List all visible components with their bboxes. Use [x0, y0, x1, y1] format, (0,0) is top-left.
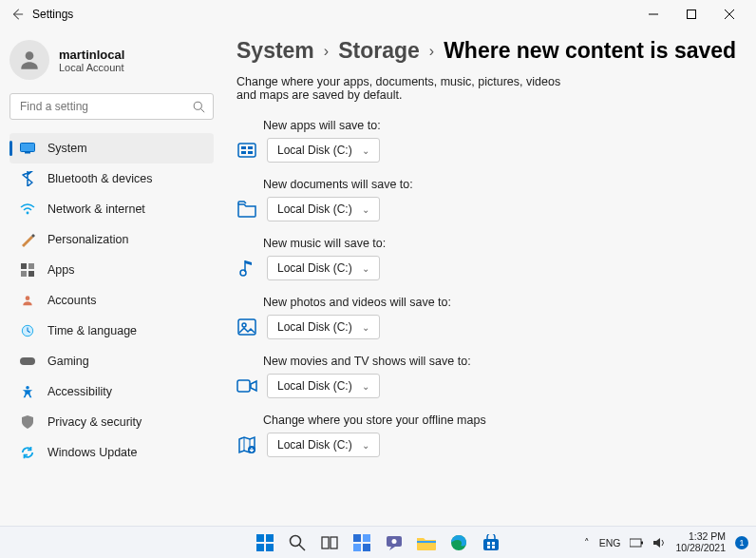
tray-volume-icon[interactable] [652, 537, 666, 548]
dropdown-value: Local Disk (C:) [277, 202, 352, 216]
apps-icon [19, 261, 36, 279]
svg-line-33 [299, 545, 305, 550]
explorer-button[interactable] [413, 529, 440, 556]
nav-privacy[interactable]: Privacy & security [9, 407, 214, 437]
documents-dropdown[interactable]: Local Disk (C:) ⌄ [267, 197, 380, 221]
breadcrumb-current: Where new content is saved [444, 38, 736, 64]
window-controls [634, 0, 748, 29]
nav-network[interactable]: Network & internet [9, 194, 214, 224]
setting-music: New music will save to: Local Disk (C:) … [236, 237, 737, 280]
svg-rect-45 [483, 539, 499, 550]
wifi-icon [19, 201, 36, 218]
setting-label: New movies and TV shows will save to: [263, 355, 737, 368]
nav-label: Accessibility [47, 385, 112, 398]
setting-photos: New photos and videos will save to: Loca… [236, 296, 737, 339]
nav-system[interactable]: System [9, 133, 214, 164]
svg-point-5 [194, 102, 201, 109]
nav-update[interactable]: Windows Update [9, 437, 214, 468]
account-type: Local Account [59, 62, 124, 73]
nav-label: Apps [47, 263, 75, 277]
taskbar-search-button[interactable] [284, 529, 311, 556]
setting-label: New music will save to: [263, 237, 737, 250]
edge-button[interactable] [445, 529, 472, 556]
chevron-down-icon: ⌄ [362, 263, 369, 274]
svg-rect-18 [238, 144, 255, 157]
svg-rect-19 [241, 146, 246, 149]
nav-time[interactable]: Time & language [9, 316, 214, 346]
svg-point-17 [26, 386, 29, 390]
chevron-down-icon: ⌄ [362, 204, 369, 215]
maps-icon [236, 434, 257, 455]
photos-icon [236, 317, 257, 337]
breadcrumb-storage[interactable]: Storage [338, 38, 420, 64]
profile[interactable]: martinlocal Local Account [9, 40, 214, 80]
back-button[interactable] [8, 5, 27, 24]
nav: System Bluetooth & devices Network & int… [9, 133, 214, 468]
svg-rect-29 [266, 534, 274, 542]
store-button[interactable] [478, 529, 504, 556]
svg-point-14 [26, 296, 30, 300]
svg-rect-16 [20, 357, 35, 365]
start-button[interactable] [252, 529, 278, 556]
nav-personalization[interactable]: Personalization [9, 224, 214, 255]
setting-label: Change where you store your offline maps [263, 414, 737, 427]
tray-network-icon[interactable] [630, 537, 643, 548]
setting-label: New documents will save to: [263, 178, 737, 191]
nav-label: Bluetooth & devices [47, 172, 153, 185]
notification-badge[interactable]: 1 [735, 536, 748, 549]
nav-label: Time & language [47, 324, 137, 337]
system-icon [19, 140, 36, 157]
chat-button[interactable] [381, 529, 407, 556]
video-icon [236, 375, 257, 396]
search-box[interactable] [9, 93, 214, 120]
svg-rect-20 [248, 146, 253, 149]
svg-rect-42 [417, 541, 436, 543]
tray-chevron-up-icon[interactable]: ˄ [584, 537, 590, 548]
setting-label: New apps will save to: [263, 119, 737, 132]
taskbar-center [252, 529, 504, 556]
nav-accounts[interactable]: Accounts [9, 285, 214, 316]
documents-icon [236, 199, 257, 220]
music-dropdown[interactable]: Local Disk (C:) ⌄ [267, 256, 380, 280]
svg-point-4 [26, 51, 34, 60]
gaming-icon [19, 353, 36, 370]
svg-rect-46 [487, 542, 490, 545]
tray-date: 10/28/2021 [675, 543, 726, 554]
svg-rect-37 [363, 534, 370, 542]
maximize-button[interactable] [672, 0, 710, 29]
svg-rect-26 [237, 380, 250, 392]
svg-rect-31 [266, 544, 274, 551]
svg-rect-8 [25, 152, 30, 154]
widgets-button[interactable] [349, 529, 375, 556]
svg-rect-48 [487, 546, 490, 548]
search-input[interactable] [18, 99, 193, 114]
svg-line-6 [201, 108, 205, 112]
photos-dropdown[interactable]: Local Disk (C:) ⌄ [267, 315, 380, 339]
svg-rect-12 [21, 271, 27, 277]
setting-apps: New apps will save to: Local Disk (C:) ⌄ [236, 119, 737, 163]
nav-apps[interactable]: Apps [9, 255, 214, 285]
movies-dropdown[interactable]: Local Disk (C:) ⌄ [267, 374, 380, 398]
minimize-button[interactable] [634, 0, 672, 29]
titlebar: Settings [0, 0, 756, 29]
music-icon [236, 258, 257, 279]
close-button[interactable] [710, 0, 748, 29]
breadcrumb-system[interactable]: System [236, 38, 314, 64]
maps-dropdown[interactable]: Local Disk (C:) ⌄ [267, 433, 380, 457]
nav-gaming[interactable]: Gaming [9, 346, 214, 376]
nav-label: Privacy & security [47, 415, 142, 429]
tray-language[interactable]: ENG [599, 537, 621, 548]
nav-bluetooth[interactable]: Bluetooth & devices [9, 164, 214, 194]
apps-dropdown[interactable]: Local Disk (C:) ⌄ [267, 138, 380, 163]
svg-rect-38 [353, 544, 361, 551]
chevron-right-icon: › [324, 43, 329, 60]
apps-save-icon [236, 140, 257, 161]
tray-clock[interactable]: 1:32 PM 10/28/2021 [675, 531, 726, 553]
task-view-button[interactable] [316, 529, 343, 556]
nav-label: Personalization [47, 233, 128, 246]
accounts-icon [19, 292, 36, 309]
nav-accessibility[interactable]: Accessibility [9, 376, 214, 407]
bluetooth-icon [19, 170, 36, 187]
svg-rect-30 [256, 544, 264, 551]
svg-rect-11 [28, 263, 34, 269]
